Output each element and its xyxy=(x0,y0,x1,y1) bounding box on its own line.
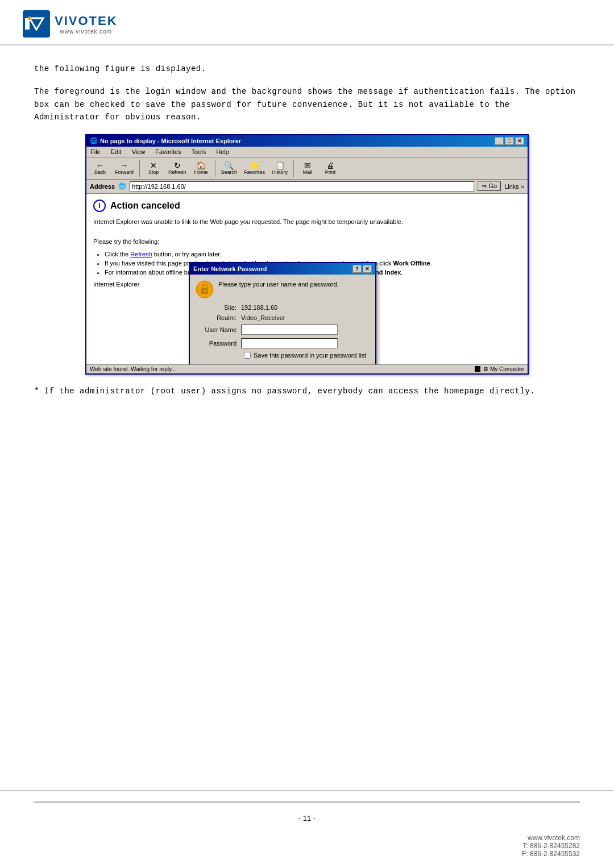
action-canceled-header: i Action canceled xyxy=(93,200,521,212)
site-value: 192.168.1.60 xyxy=(241,304,277,311)
ie-statusbar: Web site found. Waiting for reply... 🖥 M… xyxy=(86,364,528,373)
forward-label: Forward xyxy=(115,169,134,175)
save-password-checkbox[interactable] xyxy=(244,352,251,359)
toolbar-separator-1 xyxy=(139,160,140,177)
stop-button[interactable]: ✕ Stop xyxy=(143,160,164,176)
info-icon: i xyxy=(93,200,106,212)
please-try-label: Please try the following: xyxy=(93,238,521,246)
ie-window-screenshot: 🌐 No page to display - Microsoft Interne… xyxy=(85,134,529,375)
my-computer-section: 🖥 My Computer xyxy=(483,366,524,372)
refresh-button[interactable]: ↻ Refresh xyxy=(166,160,189,176)
address-label: Address xyxy=(90,183,115,190)
svg-rect-1 xyxy=(25,18,30,30)
mail-icon: ✉ xyxy=(304,161,311,169)
username-input[interactable] xyxy=(241,325,338,335)
save-password-label: Save this password in your password list xyxy=(254,352,366,359)
page-footer: - 11 - www.vivotek.com T: 886-2-82455282… xyxy=(0,790,614,868)
username-label: User Name xyxy=(196,326,241,333)
history-button[interactable]: 📋 History xyxy=(269,160,290,176)
password-row: Password xyxy=(196,338,370,348)
refresh-label: Refresh xyxy=(168,169,186,175)
status-text: Web site found. Waiting for reply... xyxy=(90,366,176,372)
ie-title-icon: 🌐 xyxy=(90,137,98,144)
password-label: Password xyxy=(196,340,241,347)
stop-icon: ✕ xyxy=(150,161,157,169)
dialog-content: Please type your user name and password.… xyxy=(190,275,375,364)
page-header: VIVOTEK www.vivotek.com xyxy=(0,0,614,45)
forward-button[interactable]: → Forward xyxy=(113,160,136,176)
password-input[interactable] xyxy=(241,338,338,348)
ie-titlebar-title: 🌐 No page to display - Microsoft Interne… xyxy=(90,137,241,144)
close-button[interactable]: ✕ xyxy=(515,137,524,145)
dialog-form: Site: 192.168.1.60 Realm: Video_Receiver… xyxy=(196,304,370,348)
paragraph2: The foreground is the login window and t… xyxy=(34,85,580,123)
refresh-link[interactable]: Refresh xyxy=(130,251,152,258)
dialog-help-button[interactable]: ? xyxy=(352,265,362,273)
dialog-title: Enter Network Password xyxy=(193,265,267,272)
toolbar-separator-2 xyxy=(215,160,215,177)
lock-icon xyxy=(196,280,214,298)
site-row: Site: 192.168.1.60 xyxy=(196,304,370,311)
action-canceled-title: Action canceled xyxy=(110,201,180,211)
ie-titlebar: 🌐 No page to display - Microsoft Interne… xyxy=(86,135,528,147)
search-button[interactable]: 🔍 Search xyxy=(219,160,240,176)
back-icon: ← xyxy=(96,161,104,169)
ie-menubar: File Edit View Favorites Tools Help xyxy=(86,147,528,157)
realm-label: Realm: xyxy=(196,314,241,321)
dialog-top-section: Please type your user name and password. xyxy=(196,280,370,298)
menu-view[interactable]: View xyxy=(130,148,147,156)
mail-button[interactable]: ✉ Mail xyxy=(297,160,318,176)
footer-fax: F: 886-2-82455532 xyxy=(522,850,580,858)
footnote: * If the administrator (root user) assig… xyxy=(34,385,580,397)
history-label: History xyxy=(272,169,288,175)
save-password-row: Save this password in your password list xyxy=(196,352,370,359)
bullet-refresh: Click the Refresh button, or try again l… xyxy=(105,251,521,258)
menu-help[interactable]: Help xyxy=(214,148,231,156)
action-canceled-description: Internet Explorer was unable to link to … xyxy=(93,218,521,226)
forward-icon: → xyxy=(121,161,128,169)
links-button[interactable]: Links » xyxy=(504,183,524,190)
logo-url: www.vivotek.com xyxy=(60,28,112,35)
username-row: User Name xyxy=(196,325,370,335)
search-icon: 🔍 xyxy=(224,161,234,169)
menu-favorites[interactable]: Favorites xyxy=(154,148,182,156)
menu-tools[interactable]: Tools xyxy=(190,148,208,156)
menu-file[interactable]: File xyxy=(89,148,102,156)
history-icon: 📋 xyxy=(275,161,285,169)
progress-block xyxy=(475,366,480,372)
home-button[interactable]: 🏠 Home xyxy=(191,160,211,176)
dialog-titlebar: Enter Network Password ? ✕ xyxy=(190,263,375,275)
toolbar-separator-3 xyxy=(293,160,294,177)
mail-label: Mail xyxy=(303,169,313,175)
print-button[interactable]: 🖨 Print xyxy=(320,160,341,176)
footer-contact: www.vivotek.com T: 886-2-82455282 F: 886… xyxy=(522,834,580,858)
paragraph1: the following figure is displayed. xyxy=(34,63,580,75)
realm-value: Video_Receiver xyxy=(241,314,285,321)
minimize-button[interactable]: _ xyxy=(495,137,504,145)
footer-website: www.vivotek.com xyxy=(522,834,580,842)
address-input[interactable] xyxy=(130,181,474,192)
back-button[interactable]: ← Back xyxy=(90,160,110,176)
main-content: the following figure is displayed. The f… xyxy=(0,45,614,790)
favorites-label: Favorites xyxy=(244,169,265,175)
dialog-close-button[interactable]: ✕ xyxy=(363,265,372,273)
realm-row: Realm: Video_Receiver xyxy=(196,314,370,321)
ie-toolbar: ← Back → Forward ✕ Stop ↻ Refresh 🏠 xyxy=(86,157,528,180)
site-label: Site: xyxy=(196,304,241,311)
refresh-icon: ↻ xyxy=(174,161,181,169)
stop-label: Stop xyxy=(148,169,159,175)
favorites-button[interactable]: ⭐ Favorites xyxy=(242,160,267,176)
home-icon: 🏠 xyxy=(196,161,206,169)
logo-brand: VIVOTEK xyxy=(55,14,118,28)
ie-titlebar-controls: _ □ ✕ xyxy=(495,137,524,145)
favorites-icon: ⭐ xyxy=(250,161,259,169)
restore-button[interactable]: □ xyxy=(505,137,514,145)
dialog-controls: ? ✕ xyxy=(352,265,372,273)
menu-edit[interactable]: Edit xyxy=(109,148,123,156)
svg-point-6 xyxy=(204,290,206,292)
network-password-dialog: Enter Network Password ? ✕ xyxy=(189,262,376,364)
logo-text: VIVOTEK www.vivotek.com xyxy=(55,14,118,35)
address-icon: 🌐 xyxy=(118,182,126,190)
go-button[interactable]: ⇒ Go xyxy=(478,181,501,191)
ie-content-area: i Action canceled Internet Explorer was … xyxy=(86,194,528,364)
